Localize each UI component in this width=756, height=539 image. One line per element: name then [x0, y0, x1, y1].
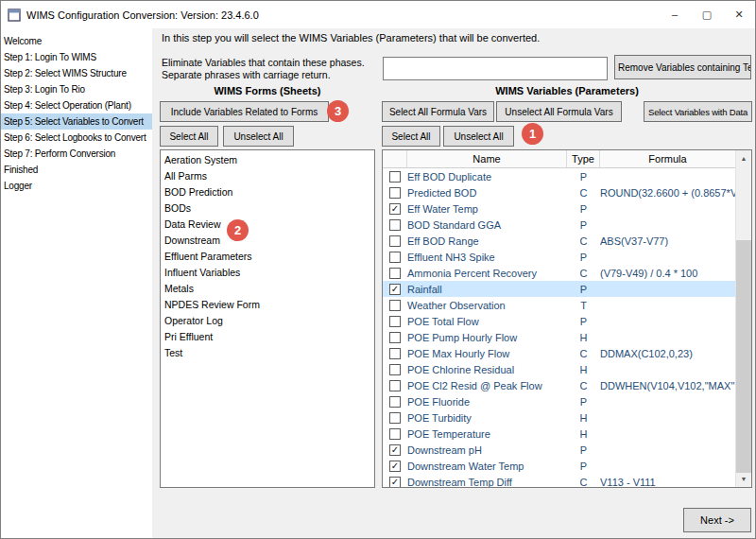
include-variables-related-button[interactable]: Include Variables Related to Forms: [160, 101, 329, 122]
variable-row[interactable]: POE TemperatureH: [383, 426, 736, 442]
variable-row[interactable]: ✓RainfallP: [383, 281, 736, 297]
variable-checkbox[interactable]: [383, 412, 407, 424]
variable-checkbox[interactable]: [383, 219, 407, 231]
table-scrollbar[interactable]: ▲ ▼: [735, 150, 751, 487]
forms-list-item[interactable]: Pri Effluent: [161, 329, 374, 345]
forms-list-item[interactable]: NPDES Review Form: [161, 297, 374, 313]
empty-checkbox-icon[interactable]: [389, 300, 401, 311]
variable-checkbox[interactable]: [383, 348, 407, 359]
variable-checkbox[interactable]: [383, 300, 407, 311]
variable-row[interactable]: POE Total FlowP: [383, 313, 736, 329]
variable-row[interactable]: Predicted BODCROUND(32.6600 + (0.8657*V4…: [383, 184, 736, 200]
variable-checkbox[interactable]: [383, 364, 407, 375]
empty-checkbox-icon[interactable]: [389, 268, 401, 279]
forms-list-item[interactable]: All Parms: [161, 168, 374, 184]
variable-checkbox[interactable]: [383, 332, 407, 343]
forms-list-item[interactable]: Influent Variables: [161, 265, 374, 281]
forms-list-item[interactable]: Effluent Parameters: [161, 249, 374, 265]
empty-checkbox-icon[interactable]: [389, 171, 401, 183]
next-button[interactable]: Next ->: [683, 508, 751, 532]
variable-row[interactable]: ✓Downstream Water TempP: [383, 458, 736, 474]
unselect-all-formula-vars-button[interactable]: Unselect All Formula Vars: [496, 101, 622, 122]
checkmark-icon[interactable]: ✓: [389, 284, 401, 295]
variable-row[interactable]: ✓Eff Water TempP: [383, 200, 736, 217]
sidebar-item[interactable]: Logger: [1, 178, 152, 194]
variable-checkbox[interactable]: ✓: [383, 461, 407, 472]
sidebar-item[interactable]: Welcome: [1, 33, 152, 49]
empty-checkbox-icon[interactable]: [389, 187, 401, 199]
scroll-thumb[interactable]: [736, 240, 751, 473]
maximize-icon[interactable]: ▢: [691, 1, 723, 28]
variable-checkbox[interactable]: ✓: [383, 284, 407, 295]
forms-list-item[interactable]: BODs: [161, 200, 374, 217]
variable-row[interactable]: POE Chlorine ResidualH: [383, 361, 736, 377]
variable-checkbox[interactable]: ✓: [383, 203, 407, 215]
forms-list-item[interactable]: Operator Log: [161, 313, 374, 329]
column-header-formula[interactable]: Formula: [600, 150, 736, 167]
variable-checkbox[interactable]: [383, 268, 407, 279]
variable-row[interactable]: Effluent NH3 SpikeP: [383, 249, 736, 265]
scroll-up-icon[interactable]: ▲: [736, 150, 751, 166]
forms-list-item[interactable]: Test: [161, 345, 374, 361]
sidebar-item[interactable]: Finished: [1, 162, 152, 178]
variable-row[interactable]: Weather ObservationT: [383, 297, 736, 313]
variable-row[interactable]: POE Pump Hourly FlowH: [383, 329, 736, 345]
checkmark-icon[interactable]: ✓: [389, 477, 401, 488]
forms-list-item[interactable]: Downstream: [161, 233, 374, 249]
forms-select-all-button[interactable]: Select All: [160, 126, 218, 147]
variable-checkbox[interactable]: ✓: [383, 444, 407, 456]
select-all-formula-vars-button[interactable]: Select All Formula Vars: [382, 101, 494, 122]
checkmark-icon[interactable]: ✓: [389, 461, 401, 472]
sidebar-item[interactable]: Step 1: Login To WIMS: [1, 49, 152, 65]
variable-row[interactable]: Eff BOD RangeCABS(V37-V77): [383, 233, 736, 249]
variable-checkbox[interactable]: [383, 396, 407, 408]
forms-list-item[interactable]: Data Review: [161, 217, 374, 233]
forms-unselect-all-button[interactable]: Unselect All: [223, 126, 294, 147]
variable-checkbox[interactable]: [383, 428, 407, 440]
forms-list-item[interactable]: BOD Prediction: [161, 184, 374, 200]
sidebar-item[interactable]: Step 3: Login To Rio: [1, 81, 152, 97]
variable-row[interactable]: POE FluorideP: [383, 393, 736, 409]
phrases-input[interactable]: [383, 57, 608, 80]
variable-checkbox[interactable]: [383, 171, 407, 183]
column-header-type[interactable]: Type: [567, 150, 600, 167]
sidebar-item[interactable]: Step 7: Perform Conversion: [1, 146, 152, 162]
empty-checkbox-icon[interactable]: [389, 348, 401, 359]
empty-checkbox-icon[interactable]: [389, 364, 401, 375]
close-icon[interactable]: ✕: [723, 1, 755, 28]
sidebar-item[interactable]: Step 2: Select WIMS Structure: [1, 65, 152, 81]
variable-row[interactable]: Eff BOD DuplicateP: [383, 168, 736, 184]
forms-list-item[interactable]: Metals: [161, 281, 374, 297]
variable-checkbox[interactable]: [383, 235, 407, 247]
empty-checkbox-icon[interactable]: [389, 428, 401, 440]
sidebar-item[interactable]: Step 4: Select Operation (Plant): [1, 97, 152, 113]
select-variables-with-data-button[interactable]: Select Variables with Data: [644, 101, 752, 122]
scroll-down-icon[interactable]: ▼: [736, 471, 751, 487]
empty-checkbox-icon[interactable]: [389, 332, 401, 343]
sidebar-item[interactable]: Step 5: Select Variables to Convert: [1, 113, 152, 130]
variable-row[interactable]: BOD Standard GGAP: [383, 217, 736, 233]
vars-select-all-button[interactable]: Select All: [382, 126, 440, 147]
forms-list-item[interactable]: Aeration System: [161, 152, 374, 168]
minimize-icon[interactable]: –: [659, 1, 691, 28]
column-header-name[interactable]: Name: [407, 150, 567, 167]
empty-checkbox-icon[interactable]: [389, 219, 401, 231]
variable-row[interactable]: ✓Downstream Temp DiffCV113 - V111: [383, 474, 736, 487]
empty-checkbox-icon[interactable]: [389, 396, 401, 408]
empty-checkbox-icon[interactable]: [389, 412, 401, 424]
variable-row[interactable]: POE TurbidityH: [383, 409, 736, 426]
sidebar-item[interactable]: Step 6: Select Logbooks to Convert: [1, 130, 152, 146]
variable-checkbox[interactable]: [383, 187, 407, 199]
checkmark-icon[interactable]: ✓: [389, 203, 401, 215]
variable-checkbox[interactable]: [383, 252, 407, 263]
variable-checkbox[interactable]: [383, 316, 407, 327]
empty-checkbox-icon[interactable]: [389, 380, 401, 391]
remove-variables-button[interactable]: Remove Variables containing Tex: [614, 55, 751, 79]
variable-checkbox[interactable]: ✓: [383, 477, 407, 488]
variable-row[interactable]: POE Cl2 Resid @ Peak FlowCDDWHEN(V104,V1…: [383, 377, 736, 393]
vars-unselect-all-button[interactable]: Unselect All: [443, 126, 514, 147]
checkmark-icon[interactable]: ✓: [389, 444, 401, 456]
variable-checkbox[interactable]: [383, 380, 407, 391]
variable-row[interactable]: ✓Downstream pHP: [383, 442, 736, 458]
empty-checkbox-icon[interactable]: [389, 316, 401, 327]
